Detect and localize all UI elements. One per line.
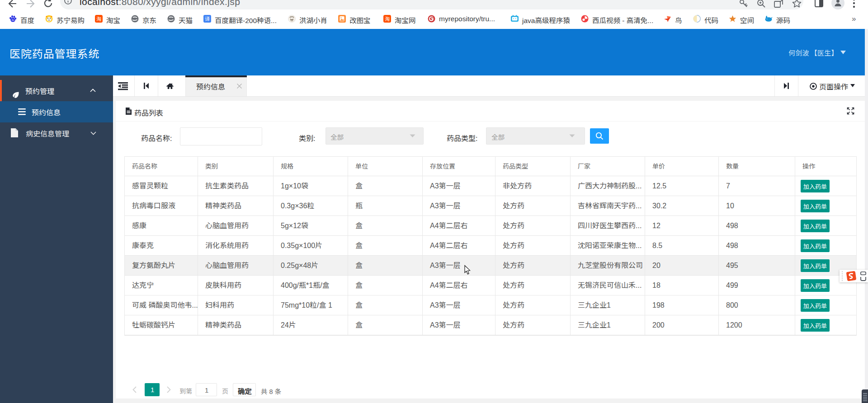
svg-text:du: du (11, 19, 14, 21)
svg-text:译: 译 (205, 15, 210, 22)
svg-text:淘: 淘 (96, 15, 101, 22)
svg-text:淘: 淘 (385, 15, 390, 22)
